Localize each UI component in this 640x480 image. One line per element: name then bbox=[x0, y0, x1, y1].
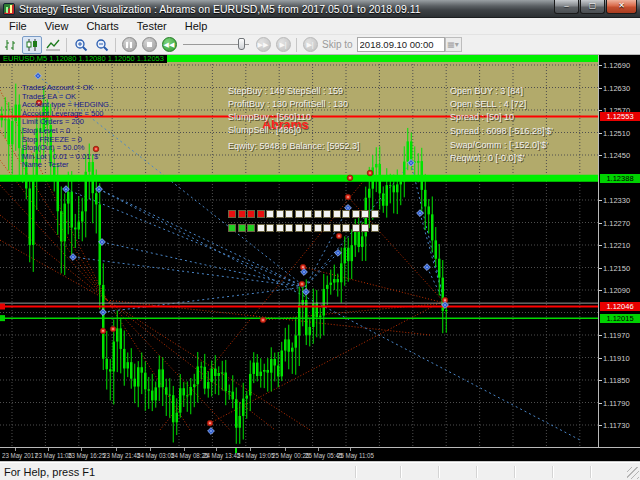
skip-to-button[interactable]: ▶| bbox=[303, 37, 318, 52]
sell-progress-bar bbox=[228, 224, 379, 232]
status-cell-divider bbox=[400, 466, 401, 478]
line-chart-icon bbox=[46, 39, 60, 51]
window-controls: – ▢ ✕ bbox=[554, 0, 637, 14]
status-cell-divider bbox=[355, 466, 356, 478]
slider-thumb[interactable] bbox=[238, 38, 245, 50]
time-axis: 23 May 201723 May 11:0523 May 16:2523 Ma… bbox=[0, 447, 640, 462]
pause-icon bbox=[126, 42, 132, 48]
price-tick-label: 1.12510 bbox=[603, 129, 630, 138]
step-forward-button[interactable]: ▶▶ bbox=[256, 37, 271, 52]
zoom-out-button[interactable] bbox=[92, 36, 112, 54]
price-tick-label: 1.11850 bbox=[603, 376, 630, 385]
time-tick-mark bbox=[116, 448, 117, 451]
zoom-out-icon bbox=[95, 38, 109, 52]
bars-chart-button[interactable] bbox=[1, 36, 21, 54]
chart-plot[interactable]: EURUSD,M5 1.12080 1.12080 1.12050 1.1205… bbox=[0, 55, 598, 447]
progress-square bbox=[257, 224, 265, 232]
menu-item-charts[interactable]: Charts bbox=[77, 19, 127, 33]
toolbar: ◀◀ ▶▶ ▶| ▶| Skip to ▦▾ bbox=[0, 35, 640, 55]
bars-chart-icon bbox=[4, 39, 18, 51]
progress-square bbox=[342, 210, 350, 218]
step-to-end-button[interactable]: ▶| bbox=[276, 37, 291, 52]
progress-square bbox=[295, 210, 303, 218]
progress-square bbox=[323, 224, 331, 232]
time-tick-mark bbox=[15, 448, 16, 451]
progress-square bbox=[295, 224, 303, 232]
progress-square bbox=[361, 210, 369, 218]
resize-grip[interactable] bbox=[627, 467, 639, 479]
time-tick-mark bbox=[250, 448, 251, 451]
status-bar: For Help, press F1 bbox=[0, 462, 640, 480]
panel-right-line: Spread : 6098 [-516.28]'$' bbox=[450, 126, 553, 136]
candlestick-chart-button[interactable] bbox=[22, 36, 42, 54]
progress-square bbox=[304, 224, 312, 232]
time-tick-mark bbox=[48, 448, 49, 451]
panel-right-line: Spread : [50] 10 bbox=[450, 112, 514, 122]
maximize-button[interactable]: ▢ bbox=[580, 0, 605, 14]
close-button[interactable]: ✕ bbox=[606, 0, 637, 14]
progress-square bbox=[352, 210, 360, 218]
progress-square bbox=[247, 224, 255, 232]
menu-item-view[interactable]: View bbox=[36, 19, 78, 33]
price-tick-label: 1.12630 bbox=[603, 84, 630, 93]
app-icon bbox=[3, 3, 15, 15]
panel-left-line: SlumpBuy : [560]110 bbox=[228, 112, 311, 122]
progress-square bbox=[247, 210, 255, 218]
symbol-ohlc-label: EURUSD,M5 1.12080 1.12080 1.12050 1.1205… bbox=[0, 55, 167, 63]
panel-left-line: Eqwity: 5948.9 Balance: [5952.3] bbox=[228, 141, 360, 151]
play-icon: ◀◀ bbox=[164, 41, 175, 48]
price-tick-label: 1.11790 bbox=[603, 399, 630, 408]
price-tick-label: 1.12090 bbox=[603, 286, 630, 295]
skip-to-icon: ▶| bbox=[306, 41, 313, 48]
window-titlebar[interactable]: Strategy Tester Visualization : Abrams o… bbox=[0, 0, 640, 18]
time-tick-label: 23 May 16:25 bbox=[68, 452, 105, 459]
skip-date-input[interactable] bbox=[357, 37, 445, 52]
zoom-in-button[interactable] bbox=[71, 36, 91, 54]
progress-square bbox=[352, 224, 360, 232]
candlestick-chart-icon bbox=[25, 39, 39, 51]
stop-button[interactable] bbox=[142, 37, 157, 52]
time-tick-label: 24 May 03:05 bbox=[137, 452, 174, 459]
progress-square bbox=[228, 210, 236, 218]
play-button[interactable]: ◀◀ bbox=[162, 37, 177, 52]
progress-square bbox=[361, 224, 369, 232]
speed-slider[interactable] bbox=[183, 37, 249, 52]
buy-progress-bar bbox=[228, 210, 379, 218]
status-cell-divider bbox=[438, 466, 439, 478]
progress-square bbox=[266, 224, 274, 232]
time-tick-label: 25 May 00:25 bbox=[272, 452, 309, 459]
panel-left-line: SlumpSell : [486]0 bbox=[228, 125, 301, 135]
progress-square bbox=[371, 224, 379, 232]
price-tick-label: 1.12330 bbox=[603, 196, 630, 205]
panel-left-line: ProfitBuy : 130 ProfitSell : 130 bbox=[228, 99, 348, 109]
time-tick-mark bbox=[216, 448, 217, 451]
progress-square bbox=[333, 210, 341, 218]
progress-square bbox=[333, 224, 341, 232]
status-text: For Help, press F1 bbox=[4, 466, 95, 478]
status-cell-divider bbox=[476, 466, 477, 478]
pause-button[interactable] bbox=[122, 37, 137, 52]
zoom-in-icon bbox=[74, 38, 88, 52]
toolbar-separator bbox=[296, 38, 297, 52]
progress-square bbox=[314, 224, 322, 232]
toolbar-separator bbox=[115, 38, 116, 52]
account-info-line: Name : Tester bbox=[22, 160, 69, 169]
progress-square bbox=[285, 210, 293, 218]
price-badge-green: 1.12015 bbox=[600, 314, 640, 323]
line-chart-button[interactable] bbox=[43, 36, 63, 54]
stop-icon bbox=[147, 42, 152, 47]
calendar-dropdown-icon: ▦▾ bbox=[447, 40, 459, 49]
minimize-button[interactable]: – bbox=[554, 0, 579, 14]
price-badge-green: 1.12388 bbox=[600, 174, 640, 183]
calendar-dropdown-button[interactable]: ▦▾ bbox=[445, 37, 462, 52]
progress-square bbox=[314, 210, 322, 218]
menu-item-file[interactable]: File bbox=[0, 19, 36, 33]
menu-item-tester[interactable]: Tester bbox=[128, 19, 176, 33]
price-tick-label: 1.11970 bbox=[603, 331, 630, 340]
status-cell-divider bbox=[552, 466, 553, 478]
price-tick-label: 1.11910 bbox=[603, 354, 630, 363]
time-tick-label: 24 May 19:05 bbox=[237, 452, 274, 459]
toolbar-separator bbox=[66, 38, 67, 52]
menu-item-help[interactable]: Help bbox=[176, 19, 217, 33]
price-tick-label: 1.12150 bbox=[603, 264, 630, 273]
